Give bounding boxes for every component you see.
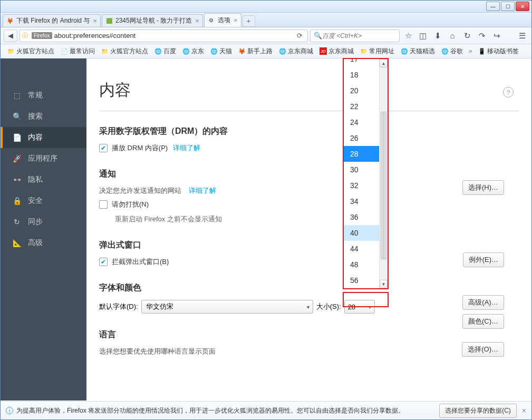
maximize-button[interactable]: ☐ [501,2,515,11]
folder-icon: 📁 [360,47,367,55]
identity-label: Firefox [32,32,52,39]
bookmark-item[interactable]: 📁常用网址 [357,46,397,57]
address-bar[interactable]: ⓘ Firefox about:preferences#content ⟳ [20,30,308,42]
drm-checkbox[interactable]: ✔ [99,144,108,152]
search-icon: 🔍 [314,32,322,40]
firefox-icon: 🦊 [6,17,14,25]
notifications-choose-button[interactable]: 选择(H)… [462,180,504,195]
fonts-section: 字体和颜色 默认字体(D): 华文仿宋 大小(S): 28 高级(A)… 颜色(… [99,282,519,314]
section-heading: 通知 [99,169,519,180]
section-heading: 语言 [99,329,519,340]
colors-button[interactable]: 颜色(C)… [462,314,504,329]
bookmark-item[interactable]: 🌐京东商城 [276,46,316,57]
search-input[interactable] [322,32,402,40]
gear-icon: ⚙ [208,17,215,24]
browser-tab[interactable]: 🦊 下载 Firefox 的 Android 与 × [3,14,101,27]
close-button[interactable]: ✕ [516,2,529,11]
bookmark-item[interactable]: 🌐谷歌 [439,46,466,57]
bookmark-item[interactable]: 🦊新手上路 [236,46,275,57]
search-bar[interactable]: 🔍 [310,30,400,42]
tab-close-icon[interactable]: × [195,17,199,25]
info-bar: i 为提高用户体验，Firefox 将发送部分功能的使用情况给我们，用于进一步优… [1,401,531,419]
info-text: 为提高用户体验，Firefox 将发送部分功能的使用情况给我们，用于进一步优化火… [16,406,404,415]
window-titlebar: — ☐ ✕ [1,1,531,13]
bookmark-item[interactable]: 📱移动版书签 [476,46,521,57]
bookmark-item[interactable]: 🌐天猫精选 [398,46,438,57]
mobile-icon: 📱 [478,47,486,55]
content-icon: 📄 [12,133,22,142]
globe-icon: 🌐 [154,47,162,55]
overflow-icon[interactable]: » [469,47,472,55]
learn-more-link[interactable]: 详细了解 [173,143,200,153]
info-icon: i [6,407,13,414]
home-icon[interactable]: ⌂ [446,30,459,42]
sidebar-item-general[interactable]: ⬚常规 [1,85,86,106]
section-heading: 弹出式窗口 [99,240,519,251]
scroll-up-icon[interactable]: ▲ [380,59,388,67]
forward-icon[interactable]: ↪ [490,30,503,42]
tab-close-icon[interactable]: × [234,16,238,24]
languages-choose-button[interactable]: 选择(O)… [462,342,504,357]
bookmark-item[interactable]: 📁火狐官方站点 [99,46,151,57]
globe-icon: 🌐 [441,47,449,55]
scroll-down-icon[interactable]: ▼ [380,280,388,288]
checkbox-label: 拦截弹出式窗口(B) [112,257,169,267]
font-size-dropdown[interactable]: 171820222426283032343640444856 ▲ ▼ [343,58,389,289]
reload-icon[interactable]: ⟳ [294,31,305,41]
fonts-advanced-button[interactable]: 高级(A)… [462,295,504,310]
bookmark-item[interactable]: 🌐天猫 [208,46,235,57]
bookmarks-toolbar: 📁火狐官方站点 📄最常访问 📁火狐官方站点 🌐百度 🌐京东 🌐天猫 🦊新手上路 … [1,44,531,58]
downloads-icon[interactable]: ⬇ [431,30,444,42]
sidebar-item-content[interactable]: 📄内容 [1,127,86,148]
bookmark-item[interactable]: 🌐京东 [180,46,207,57]
history-icon[interactable]: ↷ [476,30,488,42]
share-data-button[interactable]: 选择您要分享的数据(C) [439,404,517,418]
globe-icon: 🌐 [210,47,218,55]
site-icon: 🟩 [105,17,113,25]
rocket-icon: 🚀 [12,154,22,163]
folder-icon: 📁 [101,47,109,55]
sidebar-item-sync[interactable]: ↻同步 [1,211,86,232]
dnd-checkbox[interactable] [99,200,108,209]
pocket-icon[interactable]: ◫ [417,30,429,42]
size-label: 大小(S): [316,302,341,311]
bookmark-star-icon[interactable]: ☆ [402,30,414,42]
new-tab-button[interactable]: ＋ [243,15,255,27]
tab-label: 2345网址导航 - 致力于打造 [115,16,192,25]
infobar-close-icon[interactable]: × [522,406,526,415]
jd-icon: JD [320,47,327,55]
sync-icon[interactable]: ↻ [461,30,473,42]
back-button[interactable]: ◀ [4,30,17,42]
url-text: about:preferences#content [54,32,294,40]
default-font-select[interactable]: 华文仿宋 [141,300,313,314]
font-size-select[interactable]: 28 [344,300,375,314]
checkbox-label: 请勿打扰(N) [112,200,149,209]
sidebar-item-privacy[interactable]: 👓隐私 [1,169,86,190]
bookmark-item[interactable]: 📁火狐官方站点 [5,46,57,57]
block-popups-checkbox[interactable]: ✔ [99,258,108,266]
languages-desc: 选择您想要优先使用哪种语言显示页面 [99,347,519,356]
bookmark-item[interactable]: 📄最常访问 [58,46,98,57]
browser-tab[interactable]: 🟩 2345网址导航 - 致力于打造 × [102,14,203,27]
nav-toolbar: ◀ ⓘ Firefox about:preferences#content ⟳ … [1,27,531,44]
globe-icon: 🌐 [279,47,286,55]
sidebar-item-applications[interactable]: 🚀应用程序 [1,148,86,169]
learn-more-link[interactable]: 详细了解 [189,187,216,194]
scrollbar-thumb[interactable] [381,112,386,259]
page-title: 内容 [99,80,519,101]
sidebar-item-security[interactable]: 🔒安全 [1,190,86,211]
menu-icon[interactable]: ☰ [516,30,528,42]
folder-icon: 📁 [7,47,15,55]
minimize-button[interactable]: — [486,2,500,11]
sidebar-item-advanced[interactable]: 📐高级 [1,232,86,253]
bookmark-item[interactable]: JD京东商城 [317,46,356,57]
sidebar-item-search[interactable]: 🔍搜索 [1,106,86,127]
preferences-sidebar: ⬚常规 🔍搜索 📄内容 🚀应用程序 👓隐私 🔒安全 ↻同步 📐高级 [1,58,86,401]
dropdown-scrollbar[interactable]: ▲ ▼ [379,59,388,288]
browser-tab-active[interactable]: ⚙ 选项 × [204,13,241,27]
popup-exceptions-button[interactable]: 例外(E)… [463,252,504,267]
help-icon[interactable]: ? [503,87,514,97]
section-heading: 采用数字版权管理（DRM）的内容 [99,126,519,137]
bookmark-item[interactable]: 🌐百度 [152,46,179,57]
tab-close-icon[interactable]: × [93,17,97,25]
